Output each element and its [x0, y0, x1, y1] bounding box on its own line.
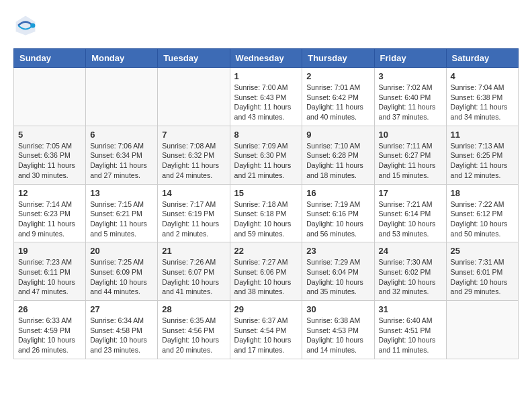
day-info: Sunrise: 7:25 AM Sunset: 6:09 PM Dayligh…	[90, 257, 153, 297]
day-info: Sunrise: 7:29 AM Sunset: 6:04 PM Dayligh…	[306, 257, 369, 297]
calendar-cell: 21Sunrise: 7:26 AM Sunset: 6:07 PM Dayli…	[158, 242, 230, 301]
day-number: 30	[306, 304, 369, 314]
day-number: 6	[90, 130, 153, 140]
calendar-cell	[86, 68, 158, 126]
day-info: Sunrise: 7:10 AM Sunset: 6:28 PM Dayligh…	[306, 141, 369, 181]
calendar-cell: 26Sunrise: 6:33 AM Sunset: 4:59 PM Dayli…	[14, 301, 86, 359]
day-info: Sunrise: 7:23 AM Sunset: 6:11 PM Dayligh…	[18, 257, 81, 297]
day-info: Sunrise: 6:38 AM Sunset: 4:53 PM Dayligh…	[306, 316, 369, 355]
calendar-cell: 10Sunrise: 7:11 AM Sunset: 6:27 PM Dayli…	[374, 126, 446, 184]
day-info: Sunrise: 7:05 AM Sunset: 6:36 PM Dayligh…	[18, 141, 81, 181]
day-number: 26	[18, 304, 81, 314]
day-info: Sunrise: 7:27 AM Sunset: 6:06 PM Dayligh…	[234, 257, 298, 297]
calendar-cell: 3Sunrise: 7:02 AM Sunset: 6:40 PM Daylig…	[374, 68, 446, 126]
day-info: Sunrise: 7:26 AM Sunset: 6:07 PM Dayligh…	[162, 257, 225, 297]
day-info: Sunrise: 7:06 AM Sunset: 6:34 PM Dayligh…	[90, 141, 153, 181]
day-number: 8	[234, 130, 298, 140]
day-number: 17	[379, 188, 442, 198]
calendar-cell: 11Sunrise: 7:13 AM Sunset: 6:25 PM Dayli…	[446, 126, 518, 184]
day-number: 15	[234, 188, 298, 198]
day-number: 23	[306, 246, 369, 256]
calendar-cell: 31Sunrise: 6:40 AM Sunset: 4:51 PM Dayli…	[374, 301, 446, 359]
calendar-cell	[446, 301, 518, 359]
day-info: Sunrise: 7:19 AM Sunset: 6:16 PM Dayligh…	[306, 199, 369, 239]
day-info: Sunrise: 7:02 AM Sunset: 6:40 PM Dayligh…	[379, 83, 442, 122]
calendar-cell: 24Sunrise: 7:30 AM Sunset: 6:02 PM Dayli…	[374, 242, 446, 301]
day-number: 31	[379, 304, 442, 314]
day-number: 27	[90, 304, 153, 314]
day-number: 11	[451, 130, 514, 140]
day-number: 7	[162, 130, 225, 140]
day-info: Sunrise: 7:14 AM Sunset: 6:23 PM Dayligh…	[18, 199, 81, 239]
column-header-friday: Friday	[374, 49, 446, 68]
day-number: 24	[379, 246, 442, 256]
day-number: 21	[162, 246, 225, 256]
day-number: 5	[18, 130, 81, 140]
day-number: 3	[379, 71, 442, 81]
day-info: Sunrise: 7:21 AM Sunset: 6:14 PM Dayligh…	[379, 199, 442, 239]
calendar-cell: 30Sunrise: 6:38 AM Sunset: 4:53 PM Dayli…	[302, 301, 374, 359]
day-number: 1	[234, 71, 298, 81]
logo	[13, 13, 40, 38]
day-info: Sunrise: 7:01 AM Sunset: 6:42 PM Dayligh…	[306, 83, 369, 122]
day-number: 2	[306, 71, 369, 81]
day-number: 25	[451, 246, 514, 256]
day-number: 16	[306, 188, 369, 198]
calendar-cell: 4Sunrise: 7:04 AM Sunset: 6:38 PM Daylig…	[446, 68, 518, 126]
calendar-cell	[14, 68, 86, 126]
calendar-cell: 25Sunrise: 7:31 AM Sunset: 6:01 PM Dayli…	[446, 242, 518, 301]
calendar-table: SundayMondayTuesdayWednesdayThursdayFrid…	[13, 48, 519, 359]
calendar-cell: 12Sunrise: 7:14 AM Sunset: 6:23 PM Dayli…	[14, 184, 86, 242]
day-info: Sunrise: 7:08 AM Sunset: 6:32 PM Dayligh…	[162, 141, 225, 181]
day-info: Sunrise: 6:40 AM Sunset: 4:51 PM Dayligh…	[379, 316, 442, 355]
calendar-week-row: 1Sunrise: 7:00 AM Sunset: 6:43 PM Daylig…	[14, 68, 519, 126]
calendar-cell: 18Sunrise: 7:22 AM Sunset: 6:12 PM Dayli…	[446, 184, 518, 242]
day-info: Sunrise: 7:11 AM Sunset: 6:27 PM Dayligh…	[379, 141, 442, 181]
calendar-header-row: SundayMondayTuesdayWednesdayThursdayFrid…	[14, 49, 519, 68]
day-number: 29	[234, 304, 298, 314]
day-info: Sunrise: 6:33 AM Sunset: 4:59 PM Dayligh…	[18, 316, 81, 355]
day-info: Sunrise: 6:37 AM Sunset: 4:54 PM Dayligh…	[234, 316, 298, 355]
day-info: Sunrise: 7:30 AM Sunset: 6:02 PM Dayligh…	[379, 257, 442, 297]
column-header-sunday: Sunday	[14, 49, 86, 68]
calendar-week-row: 5Sunrise: 7:05 AM Sunset: 6:36 PM Daylig…	[14, 126, 519, 184]
calendar-cell: 22Sunrise: 7:27 AM Sunset: 6:06 PM Dayli…	[230, 242, 302, 301]
day-number: 22	[234, 246, 298, 256]
calendar-cell: 27Sunrise: 6:34 AM Sunset: 4:58 PM Dayli…	[86, 301, 158, 359]
column-header-tuesday: Tuesday	[158, 49, 230, 68]
day-number: 13	[90, 188, 153, 198]
day-number: 4	[451, 71, 514, 81]
calendar-week-row: 19Sunrise: 7:23 AM Sunset: 6:11 PM Dayli…	[14, 242, 519, 301]
calendar-cell: 7Sunrise: 7:08 AM Sunset: 6:32 PM Daylig…	[158, 126, 230, 184]
calendar-cell: 17Sunrise: 7:21 AM Sunset: 6:14 PM Dayli…	[374, 184, 446, 242]
calendar-cell: 16Sunrise: 7:19 AM Sunset: 6:16 PM Dayli…	[302, 184, 374, 242]
calendar-cell: 19Sunrise: 7:23 AM Sunset: 6:11 PM Dayli…	[14, 242, 86, 301]
day-number: 18	[451, 188, 514, 198]
calendar-cell: 28Sunrise: 6:35 AM Sunset: 4:56 PM Dayli…	[158, 301, 230, 359]
day-info: Sunrise: 6:35 AM Sunset: 4:56 PM Dayligh…	[162, 316, 225, 355]
day-number: 28	[162, 304, 225, 314]
calendar-cell: 23Sunrise: 7:29 AM Sunset: 6:04 PM Dayli…	[302, 242, 374, 301]
calendar-cell	[158, 68, 230, 126]
column-header-monday: Monday	[86, 49, 158, 68]
day-number: 12	[18, 188, 81, 198]
page-header	[13, 13, 519, 38]
calendar-week-row: 12Sunrise: 7:14 AM Sunset: 6:23 PM Dayli…	[14, 184, 519, 242]
calendar-cell: 15Sunrise: 7:18 AM Sunset: 6:18 PM Dayli…	[230, 184, 302, 242]
day-number: 10	[379, 130, 442, 140]
day-number: 20	[90, 246, 153, 256]
calendar-cell: 2Sunrise: 7:01 AM Sunset: 6:42 PM Daylig…	[302, 68, 374, 126]
day-info: Sunrise: 7:17 AM Sunset: 6:19 PM Dayligh…	[162, 199, 225, 239]
calendar-cell: 1Sunrise: 7:00 AM Sunset: 6:43 PM Daylig…	[230, 68, 302, 126]
calendar-cell: 9Sunrise: 7:10 AM Sunset: 6:28 PM Daylig…	[302, 126, 374, 184]
column-header-saturday: Saturday	[446, 49, 518, 68]
day-info: Sunrise: 7:04 AM Sunset: 6:38 PM Dayligh…	[451, 83, 514, 122]
logo-icon	[13, 13, 38, 38]
day-number: 19	[18, 246, 81, 256]
calendar-cell: 20Sunrise: 7:25 AM Sunset: 6:09 PM Dayli…	[86, 242, 158, 301]
day-info: Sunrise: 7:13 AM Sunset: 6:25 PM Dayligh…	[451, 141, 514, 181]
column-header-thursday: Thursday	[302, 49, 374, 68]
column-header-wednesday: Wednesday	[230, 49, 302, 68]
day-info: Sunrise: 7:18 AM Sunset: 6:18 PM Dayligh…	[234, 199, 298, 239]
day-info: Sunrise: 7:09 AM Sunset: 6:30 PM Dayligh…	[234, 141, 298, 181]
